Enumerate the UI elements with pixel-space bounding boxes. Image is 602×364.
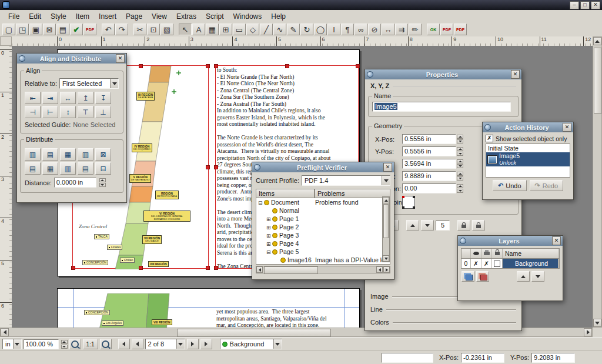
insert-text-frame-button[interactable]: A bbox=[192, 24, 205, 35]
pdf-ok-tool-button[interactable]: OK bbox=[427, 24, 440, 35]
insert-table-button[interactable]: ⊞ bbox=[219, 24, 232, 35]
insert-bezier-button[interactable]: ∿ bbox=[273, 24, 286, 35]
page-select[interactable]: 2 of 8 bbox=[145, 339, 185, 349]
window-titlebar[interactable]: – □ ✕ bbox=[0, 0, 602, 10]
distribute-option-button[interactable]: ⊟ bbox=[95, 162, 111, 175]
distribute-option-button[interactable]: ⊠ bbox=[95, 148, 111, 161]
rotation-field[interactable]: 0.00 bbox=[402, 183, 456, 193]
go-last-page-button[interactable] bbox=[200, 339, 212, 349]
history-item[interactable]: Initial State bbox=[486, 144, 570, 152]
menu-script[interactable]: Script bbox=[201, 11, 229, 22]
go-next-page-button[interactable] bbox=[187, 339, 199, 349]
distribute-option-button[interactable]: ▤ bbox=[78, 162, 93, 175]
image-frame-map-2[interactable]: CONCEPCIÓN Los Angeles VIII REGIÓN bbox=[72, 293, 209, 328]
height-field[interactable]: 9.8889 in bbox=[402, 171, 456, 181]
lower-level-button[interactable] bbox=[421, 220, 434, 231]
selection-handle[interactable] bbox=[71, 266, 75, 270]
preflight-row[interactable]: ⊟Document Problems found bbox=[256, 198, 390, 206]
close-icon[interactable]: ✕ bbox=[116, 54, 125, 63]
preflight-row[interactable]: ⊞Page 3 bbox=[256, 231, 390, 239]
scroll-down-button[interactable] bbox=[593, 319, 601, 327]
menu-file[interactable]: File bbox=[4, 11, 24, 22]
preflight-horizontal-scrollbar[interactable] bbox=[256, 266, 390, 273]
new-layer-button[interactable] bbox=[461, 271, 474, 282]
distribute-option-button[interactable]: ▦ bbox=[42, 162, 58, 175]
cut-button[interactable]: ✂ bbox=[133, 24, 146, 35]
scroll-up-button[interactable] bbox=[383, 197, 389, 203]
preflight-row[interactable]: ⊞Page 1 bbox=[256, 215, 390, 223]
items-column-header[interactable]: Items bbox=[256, 189, 315, 198]
scroll-right-button[interactable] bbox=[383, 266, 390, 273]
vertical-scrollbar[interactable] bbox=[593, 36, 602, 328]
selection-handle[interactable] bbox=[139, 64, 143, 68]
menu-view[interactable]: View bbox=[147, 11, 172, 22]
paste-button[interactable]: ▧ bbox=[160, 24, 173, 35]
selection-handle[interactable] bbox=[206, 64, 210, 68]
palette-titlebar[interactable]: Action History ✕ bbox=[483, 122, 573, 132]
align-option-button[interactable]: ⊢ bbox=[42, 106, 58, 118]
layer-row[interactable]: 0 ✗ ✗ Background bbox=[461, 259, 559, 268]
align-option-button[interactable]: ⊥ bbox=[95, 106, 111, 118]
story-editor-button[interactable]: ¶ bbox=[341, 24, 354, 35]
pdf-annotation-tool[interactable]: PDF bbox=[454, 24, 467, 35]
palette-titlebar[interactable]: Properties ✕ bbox=[365, 69, 521, 79]
select-item-button[interactable]: ↖ bbox=[179, 24, 192, 35]
lock-object-button[interactable] bbox=[457, 220, 470, 231]
selection-handle[interactable] bbox=[356, 64, 360, 68]
close-icon[interactable]: ✕ bbox=[552, 236, 561, 245]
profile-select[interactable]: PDF 1.4 bbox=[302, 175, 390, 186]
preflight-row[interactable]: Normal bbox=[256, 206, 390, 215]
insert-image-frame-button[interactable]: ▦ bbox=[206, 24, 219, 35]
preflight-verifier-button[interactable]: ✔ bbox=[70, 24, 83, 35]
spin-buttons[interactable] bbox=[457, 172, 463, 181]
spin-buttons[interactable] bbox=[457, 147, 463, 156]
measurements-button[interactable]: ↔ bbox=[382, 24, 394, 35]
horizontal-ruler[interactable]: 012345678910111213 bbox=[12, 36, 593, 46]
xpos-field[interactable]: 0.5556 in bbox=[402, 134, 456, 144]
close-icon[interactable]: ✕ bbox=[511, 70, 520, 79]
align-option-button[interactable]: ↔ bbox=[60, 92, 76, 104]
maximize-button[interactable]: □ bbox=[580, 1, 590, 9]
new-document-button[interactable]: ▢ bbox=[2, 24, 15, 35]
layers-palette[interactable]: Layers ✕ Name 0 ✗ ✗ Background bbox=[457, 235, 563, 301]
distribute-option-button[interactable]: ▦ bbox=[60, 148, 76, 161]
preflight-verifier-dialog[interactable]: Preflight Verifier ✕ Current Profile: PD… bbox=[252, 162, 394, 280]
selection-handle[interactable] bbox=[214, 165, 218, 169]
delete-layer-button[interactable] bbox=[476, 271, 489, 282]
preflight-row[interactable]: ⊞Page 2 bbox=[256, 223, 390, 231]
align-option-button[interactable]: ↥ bbox=[78, 92, 93, 104]
layer-select[interactable]: Background bbox=[220, 339, 282, 349]
align-option-button[interactable]: ⇥ bbox=[42, 92, 58, 104]
close-button[interactable]: ✕ bbox=[591, 1, 600, 9]
pdf-push-button-tool[interactable]: PDF bbox=[440, 24, 453, 35]
tree-expander-icon[interactable]: ⊟ bbox=[258, 199, 264, 207]
distribute-option-button[interactable]: ▤ bbox=[42, 148, 58, 161]
selection-handle[interactable] bbox=[206, 165, 210, 169]
menu-insert[interactable]: Insert bbox=[94, 11, 121, 22]
scroll-thumb[interactable] bbox=[264, 266, 318, 274]
align-option-button[interactable]: ↧ bbox=[95, 92, 111, 104]
align-option-button[interactable]: ⊤ bbox=[78, 106, 93, 118]
menu-extras[interactable]: Extras bbox=[172, 11, 201, 22]
close-icon[interactable]: ✕ bbox=[383, 163, 392, 172]
preflight-row[interactable]: ⊞Page 4 bbox=[256, 239, 390, 248]
action-history-palette[interactable]: Action History ✕ ✗ Show selected object … bbox=[482, 122, 574, 200]
lock-size-button[interactable] bbox=[472, 220, 485, 231]
preflight-row[interactable]: ⊟Page 5 bbox=[256, 248, 390, 256]
scroll-up-button[interactable] bbox=[593, 37, 601, 45]
unit-select[interactable]: in bbox=[2, 339, 22, 349]
preflight-vertical-scrollbar[interactable] bbox=[382, 196, 390, 262]
distribute-option-button[interactable]: ▥ bbox=[78, 148, 93, 161]
go-prev-page-button[interactable] bbox=[132, 339, 143, 349]
ypos-field[interactable]: 0.5556 in bbox=[402, 146, 456, 156]
insert-line-button[interactable]: ╱ bbox=[260, 24, 273, 35]
menu-item[interactable]: Item bbox=[71, 11, 94, 22]
link-text-frames-button[interactable]: ∞ bbox=[354, 24, 367, 35]
zoom-level-spinner[interactable]: 100.00 % bbox=[24, 339, 59, 349]
copy-properties-button[interactable]: ⇉ bbox=[395, 24, 408, 35]
open-document-button[interactable]: ◳ bbox=[16, 24, 29, 35]
align-option-button[interactable]: ⊣ bbox=[25, 106, 41, 118]
edit-contents-button[interactable]: I bbox=[327, 24, 340, 35]
text-frame-2[interactable]: yet most populous area. The three larges… bbox=[216, 309, 360, 328]
print-button[interactable]: ▤ bbox=[56, 24, 69, 35]
